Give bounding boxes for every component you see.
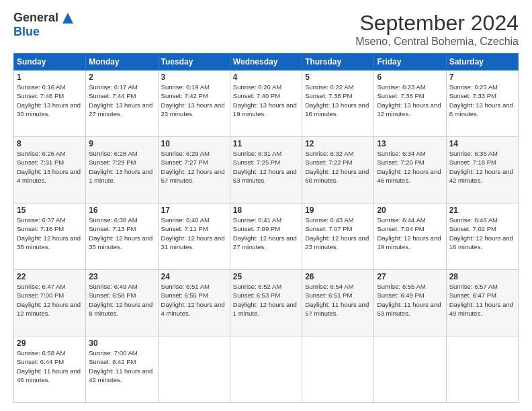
calendar-week-row: 29Sunrise: 6:58 AMSunset: 6:44 PMDayligh… xyxy=(14,336,519,403)
table-row: 1Sunrise: 6:16 AMSunset: 7:46 PMDaylight… xyxy=(14,71,86,137)
col-monday: Monday xyxy=(86,54,158,71)
table-row: 18Sunrise: 6:41 AMSunset: 7:09 PMDayligh… xyxy=(230,203,302,270)
table-row: 12Sunrise: 6:32 AMSunset: 7:22 PMDayligh… xyxy=(302,137,374,203)
svg-marker-0 xyxy=(62,13,73,24)
header: General Blue September 2024 Mseno, Centr… xyxy=(13,11,519,48)
day-number: 3 xyxy=(161,73,227,82)
day-info: Sunrise: 6:35 AMSunset: 7:18 PMDaylight:… xyxy=(449,149,515,185)
table-row: 28Sunrise: 6:57 AMSunset: 6:47 PMDayligh… xyxy=(446,270,518,336)
table-row: 20Sunrise: 6:44 AMSunset: 7:04 PMDayligh… xyxy=(374,203,446,270)
calendar-week-row: 8Sunrise: 6:26 AMSunset: 7:31 PMDaylight… xyxy=(14,137,519,203)
calendar-table: Sunday Monday Tuesday Wednesday Thursday… xyxy=(13,53,519,403)
col-sunday: Sunday xyxy=(14,54,86,71)
day-number: 2 xyxy=(89,73,154,82)
day-info: Sunrise: 6:34 AMSunset: 7:20 PMDaylight:… xyxy=(377,149,443,185)
day-number: 13 xyxy=(377,139,443,148)
logo-general-text: General xyxy=(13,11,58,25)
table-row: 17Sunrise: 6:40 AMSunset: 7:11 PMDayligh… xyxy=(158,203,230,270)
table-row xyxy=(302,336,374,403)
day-number: 4 xyxy=(233,73,299,82)
day-number: 15 xyxy=(17,205,83,215)
day-info: Sunrise: 6:38 AMSunset: 7:13 PMDaylight:… xyxy=(89,216,154,251)
day-info: Sunrise: 6:26 AMSunset: 7:31 PMDaylight:… xyxy=(17,149,83,185)
day-number: 5 xyxy=(305,73,371,82)
table-row: 21Sunrise: 6:46 AMSunset: 7:02 PMDayligh… xyxy=(446,203,518,270)
day-number: 28 xyxy=(449,272,515,281)
day-number: 25 xyxy=(233,272,299,281)
table-row: 4Sunrise: 6:20 AMSunset: 7:40 PMDaylight… xyxy=(230,71,302,137)
day-number: 16 xyxy=(89,205,154,215)
table-row: 2Sunrise: 6:17 AMSunset: 7:44 PMDaylight… xyxy=(86,71,158,137)
logo-blue-text: Blue xyxy=(13,25,40,39)
day-number: 8 xyxy=(17,139,83,148)
day-info: Sunrise: 6:52 AMSunset: 6:53 PMDaylight:… xyxy=(233,282,299,318)
day-number: 26 xyxy=(305,272,371,281)
table-row: 11Sunrise: 6:31 AMSunset: 7:25 PMDayligh… xyxy=(230,137,302,203)
table-row: 6Sunrise: 6:23 AMSunset: 7:36 PMDaylight… xyxy=(374,71,446,137)
col-wednesday: Wednesday xyxy=(230,54,302,71)
day-info: Sunrise: 6:54 AMSunset: 6:51 PMDaylight:… xyxy=(305,282,371,318)
day-number: 9 xyxy=(89,139,154,148)
title-block: September 2024 Mseno, Central Bohemia, C… xyxy=(355,11,519,48)
day-info: Sunrise: 6:31 AMSunset: 7:25 PMDaylight:… xyxy=(233,149,299,185)
day-number: 14 xyxy=(449,139,515,148)
day-number: 11 xyxy=(233,139,299,148)
day-number: 19 xyxy=(305,205,371,215)
day-info: Sunrise: 7:00 AMSunset: 6:42 PMDaylight:… xyxy=(89,349,154,384)
day-info: Sunrise: 6:19 AMSunset: 7:42 PMDaylight:… xyxy=(161,83,227,118)
col-friday: Friday xyxy=(374,54,446,71)
table-row: 5Sunrise: 6:22 AMSunset: 7:38 PMDaylight… xyxy=(302,71,374,137)
day-number: 17 xyxy=(161,205,227,215)
day-info: Sunrise: 6:49 AMSunset: 6:58 PMDaylight:… xyxy=(89,282,154,318)
table-row: 26Sunrise: 6:54 AMSunset: 6:51 PMDayligh… xyxy=(302,270,374,336)
day-number: 22 xyxy=(17,272,83,281)
calendar-week-row: 1Sunrise: 6:16 AMSunset: 7:46 PMDaylight… xyxy=(14,71,519,137)
table-row: 10Sunrise: 6:29 AMSunset: 7:27 PMDayligh… xyxy=(158,137,230,203)
col-tuesday: Tuesday xyxy=(158,54,230,71)
day-number: 6 xyxy=(377,73,443,82)
day-info: Sunrise: 6:16 AMSunset: 7:46 PMDaylight:… xyxy=(17,83,83,118)
location-title: Mseno, Central Bohemia, Czechia xyxy=(355,36,519,48)
day-info: Sunrise: 6:32 AMSunset: 7:22 PMDaylight:… xyxy=(305,149,371,185)
table-row: 15Sunrise: 6:37 AMSunset: 7:16 PMDayligh… xyxy=(14,203,86,270)
day-info: Sunrise: 6:37 AMSunset: 7:16 PMDaylight:… xyxy=(17,216,83,251)
day-info: Sunrise: 6:47 AMSunset: 7:00 PMDaylight:… xyxy=(17,282,83,318)
day-info: Sunrise: 6:44 AMSunset: 7:04 PMDaylight:… xyxy=(377,216,443,251)
logo: General Blue xyxy=(13,11,75,39)
day-number: 30 xyxy=(89,338,154,348)
table-row: 8Sunrise: 6:26 AMSunset: 7:31 PMDaylight… xyxy=(14,137,86,203)
day-info: Sunrise: 6:57 AMSunset: 6:47 PMDaylight:… xyxy=(449,282,515,318)
table-row: 22Sunrise: 6:47 AMSunset: 7:00 PMDayligh… xyxy=(14,270,86,336)
day-info: Sunrise: 6:41 AMSunset: 7:09 PMDaylight:… xyxy=(233,216,299,251)
day-number: 12 xyxy=(305,139,371,148)
day-info: Sunrise: 6:29 AMSunset: 7:27 PMDaylight:… xyxy=(161,149,227,185)
table-row: 19Sunrise: 6:43 AMSunset: 7:07 PMDayligh… xyxy=(302,203,374,270)
day-number: 1 xyxy=(17,73,83,82)
table-row xyxy=(158,336,230,403)
table-row: 7Sunrise: 6:25 AMSunset: 7:33 PMDaylight… xyxy=(446,71,518,137)
calendar-week-row: 15Sunrise: 6:37 AMSunset: 7:16 PMDayligh… xyxy=(14,203,519,270)
table-row xyxy=(446,336,518,403)
day-number: 29 xyxy=(17,338,83,348)
day-info: Sunrise: 6:40 AMSunset: 7:11 PMDaylight:… xyxy=(161,216,227,251)
logo-icon xyxy=(61,11,75,25)
table-row: 23Sunrise: 6:49 AMSunset: 6:58 PMDayligh… xyxy=(86,270,158,336)
day-info: Sunrise: 6:20 AMSunset: 7:40 PMDaylight:… xyxy=(233,83,299,118)
day-number: 20 xyxy=(377,205,443,215)
col-saturday: Saturday xyxy=(446,54,518,71)
col-thursday: Thursday xyxy=(302,54,374,71)
table-row xyxy=(374,336,446,403)
day-info: Sunrise: 6:51 AMSunset: 6:55 PMDaylight:… xyxy=(161,282,227,318)
page: General Blue September 2024 Mseno, Centr… xyxy=(0,0,532,411)
day-info: Sunrise: 6:22 AMSunset: 7:38 PMDaylight:… xyxy=(305,83,371,118)
day-number: 23 xyxy=(89,272,154,281)
table-row: 13Sunrise: 6:34 AMSunset: 7:20 PMDayligh… xyxy=(374,137,446,203)
day-number: 7 xyxy=(449,73,515,82)
table-row: 29Sunrise: 6:58 AMSunset: 6:44 PMDayligh… xyxy=(14,336,86,403)
table-row: 27Sunrise: 6:55 AMSunset: 6:49 PMDayligh… xyxy=(374,270,446,336)
day-info: Sunrise: 6:43 AMSunset: 7:07 PMDaylight:… xyxy=(305,216,371,251)
day-info: Sunrise: 6:55 AMSunset: 6:49 PMDaylight:… xyxy=(377,282,443,318)
calendar-week-row: 22Sunrise: 6:47 AMSunset: 7:00 PMDayligh… xyxy=(14,270,519,336)
table-row: 3Sunrise: 6:19 AMSunset: 7:42 PMDaylight… xyxy=(158,71,230,137)
day-info: Sunrise: 6:58 AMSunset: 6:44 PMDaylight:… xyxy=(17,349,83,384)
